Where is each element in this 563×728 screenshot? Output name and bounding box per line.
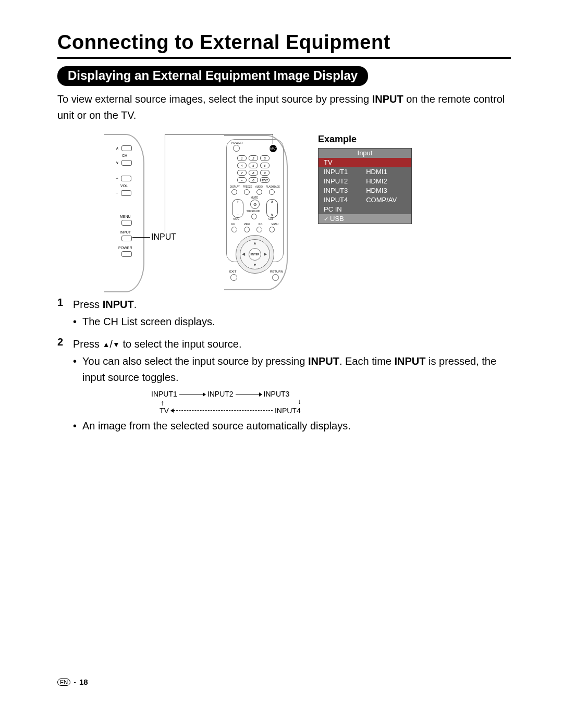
key-0[interactable]: 0 <box>249 177 258 183</box>
key-5[interactable]: 5 <box>249 163 258 168</box>
step-1-number: 1 <box>57 297 73 334</box>
input-row-4-b: COMP/AV <box>361 195 411 205</box>
key-7[interactable]: 7 <box>237 170 247 176</box>
remote-mute-button[interactable]: ⊘ <box>250 200 260 209</box>
cycle-input4: INPUT4 <box>275 406 301 415</box>
section-heading: Displaying an External Equipment Image D… <box>57 66 368 86</box>
remote-ch-rocker[interactable]: ∧∨ <box>266 199 278 218</box>
btn-pc[interactable] <box>256 227 262 232</box>
key-8[interactable]: 8 <box>249 170 258 176</box>
cycle-input3: INPUT3 <box>264 390 290 399</box>
input-table-header: Input <box>319 149 412 158</box>
input-row-1-a: INPUT1 <box>319 167 361 177</box>
key-2[interactable]: 2 <box>249 155 258 161</box>
input-cycle-diagram: INPUT1 INPUT2 INPUT3 ↑ TV INPUT <box>151 390 511 415</box>
step-1-bullet-1: The CH List screen displays. <box>73 314 215 330</box>
key-1[interactable]: 1 <box>237 155 247 161</box>
lbl-pc: P.C. <box>259 223 263 226</box>
btn-return[interactable] <box>272 274 279 281</box>
cycle-tv: TV <box>160 406 169 415</box>
tv-input-button[interactable] <box>121 236 132 241</box>
btn-exit[interactable] <box>230 274 237 281</box>
lbl-audio: AUDIO <box>255 186 263 188</box>
remote-ch-label: CH <box>268 217 273 220</box>
intro-paragraph: To view external source images, select t… <box>57 91 511 124</box>
tv-vol-up-button[interactable] <box>121 176 131 181</box>
btn-menu[interactable] <box>269 227 275 232</box>
lbl-menu: MENU <box>272 223 278 226</box>
lbl-exit: EXIT <box>229 270 236 273</box>
step-2-bullet-1: You can also select the input source by … <box>73 353 511 386</box>
btn-ff[interactable] <box>231 227 237 232</box>
remote-enter-button[interactable]: ENTER <box>249 248 261 261</box>
intro-bold: INPUT <box>372 93 403 105</box>
remote-power-button[interactable] <box>233 145 240 152</box>
remote-input-button[interactable]: INPUT <box>270 145 277 152</box>
lbl-freeze: FREEZE <box>243 186 252 188</box>
tv-ch-label: CH <box>122 154 127 157</box>
input-callout-label: INPUT <box>151 232 176 242</box>
input-row-2-a: INPUT2 <box>319 177 361 186</box>
remote-control: POWER INPUT 123 456 789 •0ENT DISPLAY <box>224 135 288 290</box>
tv-menu-button[interactable] <box>121 220 132 226</box>
input-row-4-a: INPUT4 <box>319 195 361 205</box>
cycle-input2: INPUT2 <box>207 390 234 399</box>
step-2-number: 2 <box>57 336 73 438</box>
tv-side-panel: ∧ CH ∨ + VOL − MENU INPUT <box>104 134 144 292</box>
remote-vol-rocker[interactable]: +− <box>232 199 243 218</box>
lbl-display: DISPLAY <box>230 186 240 188</box>
title-rule <box>57 57 511 59</box>
page-footer: EN - 18 <box>57 677 88 686</box>
remote-power-label: POWER <box>231 141 243 144</box>
footer-lang: EN <box>57 678 70 686</box>
remote-vol-label: VOL <box>233 217 239 220</box>
step-2-text: Press ▲/▼ to select the input source. <box>73 336 511 352</box>
intro-prefix: To view external source images, select t… <box>57 93 372 105</box>
lbl-ff: F.F. <box>231 223 235 226</box>
lbl-mute: MUTE <box>251 196 258 199</box>
input-source-table: Input TV INPUT1HDMI1 INPUT2HDMI2 INPUT3H… <box>318 148 412 224</box>
tv-power-button[interactable] <box>121 251 132 257</box>
tv-power-label: POWER <box>118 246 132 250</box>
lbl-flashback: FLASHBACK <box>266 186 280 188</box>
key-3[interactable]: 3 <box>260 155 270 161</box>
cycle-down-arrow: ↓ <box>298 397 301 405</box>
key-6[interactable]: 6 <box>260 163 270 168</box>
key-ent[interactable]: ENT <box>260 177 270 183</box>
cycle-input1: INPUT1 <box>151 390 177 399</box>
btn-display[interactable] <box>231 189 237 195</box>
input-selected: TV <box>319 158 412 167</box>
step-2-bullet-2: An image from the selected source automa… <box>73 418 511 434</box>
tv-vol-down-button[interactable] <box>121 190 131 196</box>
lbl-return: RETURN <box>270 270 283 273</box>
example-title: Example <box>318 134 412 145</box>
page-title: Connecting to External Equipment <box>57 31 511 54</box>
tv-vol-label: VOL <box>120 184 128 188</box>
input-usb: ✓USB <box>319 214 412 224</box>
step-1-text: Press INPUT. <box>73 297 215 313</box>
key-9[interactable]: 9 <box>260 170 270 176</box>
input-row-2-b: HDMI2 <box>361 177 411 186</box>
input-pcin: PC IN <box>319 205 412 214</box>
input-row-1-b: HDMI1 <box>361 167 411 177</box>
btn-surround[interactable] <box>251 214 257 219</box>
tv-ch-up-button[interactable] <box>121 145 132 151</box>
key-4[interactable]: 4 <box>237 163 247 168</box>
tv-menu-label: MENU <box>120 215 131 218</box>
footer-dash: - <box>74 678 76 686</box>
btn-audio[interactable] <box>256 189 262 195</box>
input-row-3-b: HDMI3 <box>361 186 411 195</box>
key-dot[interactable]: • <box>237 177 247 183</box>
tv-ch-down-button[interactable] <box>121 160 132 166</box>
input-row-3-a: INPUT3 <box>319 186 361 195</box>
btn-freeze[interactable] <box>244 189 250 195</box>
lbl-view: VIEW <box>244 223 250 226</box>
remote-dpad[interactable]: ENTER ▲ ▼ ◀ ▶ <box>236 235 273 273</box>
btn-flashback[interactable] <box>269 189 275 195</box>
btn-view[interactable] <box>244 227 250 232</box>
lbl-surround: SURROUND <box>247 210 260 213</box>
tv-input-label: INPUT <box>120 230 131 234</box>
footer-page-number: 18 <box>79 677 88 686</box>
